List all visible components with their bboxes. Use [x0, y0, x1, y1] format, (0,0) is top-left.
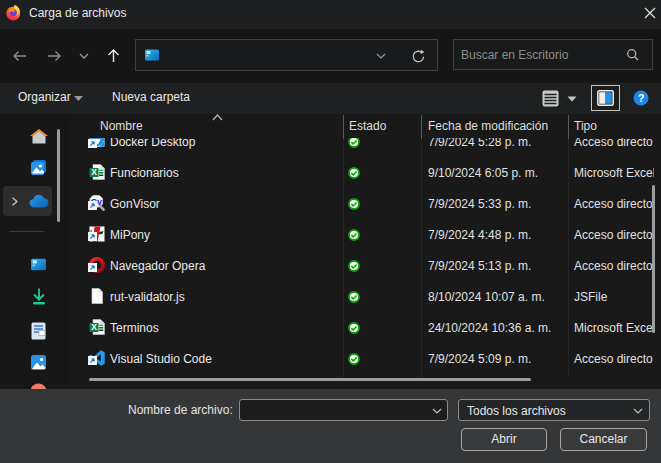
svg-text:?: ? [638, 92, 645, 104]
svg-text:X: X [91, 167, 97, 177]
svg-text:X: X [91, 322, 97, 332]
